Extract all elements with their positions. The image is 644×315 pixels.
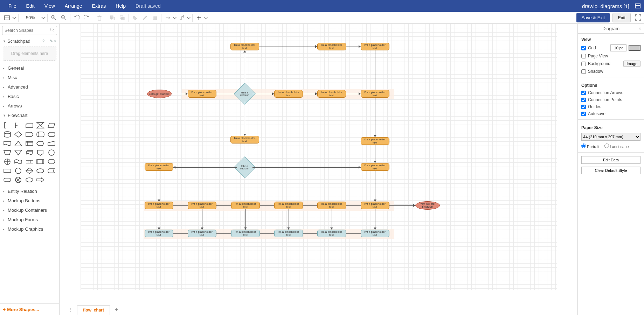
shape-sort2[interactable] [25, 167, 34, 175]
scratchpad-close-icon[interactable]: × [54, 39, 56, 43]
view-dropdown[interactable] [2, 13, 12, 23]
shape-connector[interactable] [47, 149, 56, 156]
shape-manual[interactable] [3, 149, 12, 156]
shape-or[interactable] [3, 158, 12, 166]
undo-icon[interactable] [72, 13, 82, 23]
exit-button[interactable]: Exit [612, 13, 631, 22]
redo-icon[interactable] [82, 13, 91, 23]
cat-mockup-graphics[interactable]: ▸Mockup Graphics [0, 224, 59, 234]
node-process[interactable]: I'm a placeholder text [230, 43, 259, 50]
zoom-in-icon[interactable] [49, 13, 59, 23]
landscape-radio[interactable]: Landscape [604, 144, 629, 149]
connection-caret[interactable] [173, 13, 177, 23]
view-dropdown-caret[interactable] [12, 13, 17, 23]
node-subprocess[interactable]: I'm a placeholder text [274, 230, 303, 237]
shape-multidoc[interactable] [25, 149, 34, 156]
shape-display[interactable] [47, 131, 56, 138]
page-tab-active[interactable]: flow_chart [77, 305, 110, 315]
node-process[interactable]: I'm a placeholder text [231, 202, 260, 209]
grid-size-input[interactable] [610, 44, 626, 51]
node-process[interactable]: I'm a placeholder text [361, 137, 389, 145]
cat-flowchart[interactable]: ▼Flowchart [0, 111, 59, 120]
shape-sort[interactable] [14, 167, 23, 175]
shape-ellipse2[interactable] [25, 176, 34, 184]
shape-start[interactable] [36, 167, 45, 175]
pageview-checkbox[interactable] [581, 54, 586, 58]
node-process[interactable]: I'm a placeholder text [230, 136, 259, 144]
node-start[interactable]: Let's get started! [147, 90, 172, 98]
node-subprocess[interactable]: I'm a placeholder text [317, 230, 346, 237]
node-process[interactable]: I'm a placeholder text [317, 43, 346, 50]
edit-data-button[interactable]: Edit Data [581, 156, 640, 164]
cat-misc[interactable]: ▸Misc [0, 73, 59, 82]
add-page-icon[interactable]: + [111, 305, 122, 314]
portrait-radio[interactable]: Portrait [581, 144, 600, 149]
fullscreen-icon[interactable] [635, 14, 642, 21]
page-menu-icon[interactable]: ⋮ [66, 307, 76, 312]
shadow-checkbox[interactable] [581, 69, 586, 74]
shape-arrow[interactable] [36, 176, 45, 184]
shape-data[interactable] [47, 121, 56, 129]
cat-general[interactable]: ▸General [0, 63, 59, 73]
cat-advanced[interactable]: ▸Advanced [0, 82, 59, 92]
cat-mockup-forms[interactable]: ▸Mockup Forms [0, 215, 59, 224]
node-process[interactable]: I'm a placeholder text [274, 90, 303, 98]
background-image-button[interactable]: Image [623, 61, 640, 67]
conn-points-checkbox[interactable] [581, 98, 586, 102]
to-front-icon[interactable] [108, 13, 117, 23]
guides-checkbox[interactable] [581, 105, 586, 109]
grid-checkbox[interactable] [581, 46, 586, 50]
shape-internal[interactable] [25, 140, 34, 147]
waypoint-icon[interactable] [177, 13, 187, 23]
node-process[interactable]: I'm a placeholder text [274, 202, 303, 209]
line-color-icon[interactable] [140, 13, 150, 23]
menu-help[interactable]: Help [111, 0, 131, 12]
cat-entity[interactable]: ▸Entity Relation [0, 187, 59, 196]
background-checkbox[interactable] [581, 62, 586, 66]
connection-icon[interactable] [163, 13, 173, 23]
node-subprocess[interactable]: I'm a placeholder text [231, 230, 260, 237]
node-process[interactable]: I'm a placeholder text [361, 43, 389, 50]
node-decision[interactable]: take a decision [237, 86, 252, 102]
autosave-checkbox[interactable] [581, 112, 586, 116]
delete-icon[interactable] [95, 13, 104, 23]
node-subprocess[interactable]: I'm a placeholder text [361, 230, 389, 237]
shape-prep[interactable] [47, 158, 56, 166]
scratchpad-dropzone[interactable]: Drag elements here [3, 47, 56, 61]
menu-arrange[interactable]: Arrange [60, 0, 87, 12]
shape-annotation[interactable] [3, 121, 12, 129]
shape-sum[interactable] [14, 176, 23, 184]
document-title[interactable]: drawio_diagrams [1] [582, 3, 633, 9]
format-panel-close-icon[interactable]: × [638, 26, 641, 31]
shape-direct-data[interactable] [36, 131, 45, 138]
paper-size-select[interactable]: A4 (210 mm x 297 mm) [581, 133, 640, 141]
zoom-level[interactable]: 50% [20, 15, 41, 20]
waypoint-caret[interactable] [187, 13, 191, 23]
fill-color-icon[interactable] [130, 13, 140, 23]
conn-arrows-checkbox[interactable] [581, 91, 586, 95]
node-process[interactable]: I'm a placeholder text [145, 202, 173, 209]
menu-view[interactable]: View [40, 0, 60, 12]
node-process[interactable]: I'm a placeholder text [317, 202, 346, 209]
node-subprocess[interactable]: I'm a placeholder text [145, 230, 173, 237]
grid-color-swatch[interactable] [629, 45, 640, 51]
zoom-out-icon[interactable] [59, 13, 69, 23]
shape-input[interactable] [47, 140, 56, 147]
cat-mockup-buttons[interactable]: ▸Mockup Buttons [0, 196, 59, 205]
cat-mockup-containers[interactable]: ▸Mockup Containers [0, 205, 59, 215]
cat-basic[interactable]: ▸Basic [0, 92, 59, 101]
node-process[interactable]: I'm a placeholder text [145, 163, 173, 171]
node-process[interactable]: I'm a placeholder text [188, 202, 216, 209]
insert-icon[interactable] [194, 13, 204, 23]
to-back-icon[interactable] [117, 13, 127, 23]
node-subprocess[interactable]: I'm a placeholder text [188, 230, 216, 237]
shape-offpage[interactable] [36, 149, 45, 156]
shape-decision[interactable] [14, 131, 23, 138]
shape-loop[interactable] [36, 140, 45, 147]
shape-predefined[interactable] [36, 158, 45, 166]
cat-arrows[interactable]: ▸Arrows [0, 101, 59, 111]
shape-delay[interactable] [25, 131, 34, 138]
shadow-icon[interactable] [150, 13, 160, 23]
node-process[interactable]: I'm a placeholder text [361, 163, 389, 171]
scratchpad-edit-icon[interactable]: ✎ [50, 39, 53, 43]
